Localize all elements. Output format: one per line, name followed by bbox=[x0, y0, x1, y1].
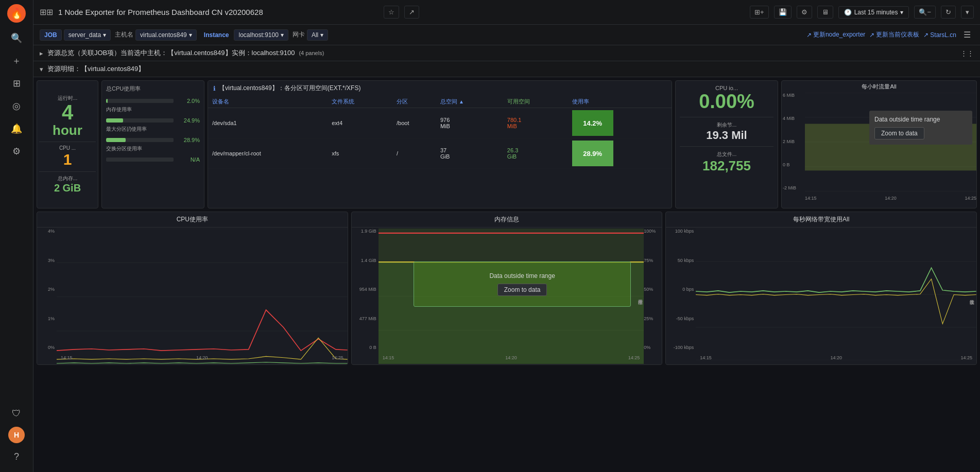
refresh-button[interactable]: ↻ bbox=[941, 6, 956, 19]
sub1-value: 19.3 Mil bbox=[680, 129, 773, 142]
chevron-icon: ▾ bbox=[103, 31, 106, 39]
mem-y-954m: 954 MiB bbox=[352, 287, 379, 292]
sidebar-item-alerting[interactable]: 🔔 bbox=[6, 118, 27, 139]
grafana-logo[interactable]: 🔥 bbox=[7, 4, 26, 23]
mem-x-1415: 14:15 bbox=[383, 355, 394, 360]
sidebar: 🔥 🔍 ＋ ⊞ ◎ 🔔 ⚙ 🛡 H ? bbox=[0, 0, 33, 368]
total-2: 37GiB bbox=[436, 138, 503, 169]
toolbar-menu-icon[interactable]: ☰ bbox=[960, 29, 974, 41]
mem-chart-area: 1.9 GiB 1.4 GiB 954 MiB 477 MiB 0 B bbox=[352, 228, 662, 364]
update-dashboard-link[interactable]: ↗ 更新当前仪表板 bbox=[869, 30, 919, 39]
cpu-x-1425: 14:25 bbox=[332, 355, 343, 360]
nic-filter: 网卡 All ▾ bbox=[293, 29, 328, 41]
sidebar-item-add[interactable]: ＋ bbox=[6, 50, 27, 71]
mem-bar-value: 24.9% bbox=[177, 117, 200, 124]
flow-panel: 每小时流量All 6 MiB 4 MiB 2 MiB 0 B -2 MiB bbox=[781, 80, 977, 208]
cpu-y-axis: 4% 3% 2% 1% 0% bbox=[37, 228, 57, 351]
section1-menu[interactable]: ⋮⋮ bbox=[960, 49, 974, 57]
usage-bar-2: 28.9% bbox=[572, 141, 613, 166]
net-svg bbox=[696, 229, 976, 360]
cpu-io-value: 0.00% bbox=[680, 91, 773, 113]
sidebar-item-search[interactable]: 🔍 bbox=[6, 28, 27, 48]
cpu-y-2: 2% bbox=[37, 287, 57, 292]
metric-row-swap: N/A bbox=[106, 156, 200, 163]
mem-x-axis: 14:15 14:20 14:25 bbox=[379, 351, 644, 364]
sidebar-item-explore[interactable]: ◎ bbox=[6, 96, 27, 116]
page-title: 1 Node Exporter for Prometheus Dashboard… bbox=[58, 8, 379, 16]
col-usage: 使用率 bbox=[568, 96, 672, 108]
flow-chart-container: 6 MiB 4 MiB 2 MiB 0 B -2 MiB bbox=[782, 93, 976, 201]
starsl-link[interactable]: ↗ StarsL.cn bbox=[923, 31, 956, 39]
instance-chevron: ▾ bbox=[281, 31, 284, 39]
time-range-label: Last 15 minutes bbox=[854, 9, 898, 16]
net-y-axis: 100 kbps 50 kbps 0 bps -50 kbps -100 kbp… bbox=[666, 228, 696, 351]
monitor-button[interactable]: 🖥 bbox=[817, 6, 833, 19]
net-y-neg50: -50 kbps bbox=[666, 316, 696, 321]
section1-expand-icon[interactable]: ▸ bbox=[40, 49, 43, 57]
mem-chart-title: 内存信息 bbox=[352, 212, 662, 228]
save-button[interactable]: 💾 bbox=[774, 6, 792, 19]
nic-select[interactable]: All ▾ bbox=[307, 29, 328, 41]
zoom-out-button[interactable]: 🔍− bbox=[914, 6, 936, 19]
avail-2: 26.3GiB bbox=[503, 138, 568, 169]
clock-icon: 🕐 bbox=[844, 9, 852, 16]
flow-x-1425: 14:25 bbox=[965, 196, 976, 201]
flow-y-4mib: 4 MiB bbox=[783, 116, 806, 121]
cpu-bar-value: 2.0% bbox=[177, 98, 200, 104]
hostname-filter: 主机名 virtual.centos849 ▾ bbox=[115, 29, 197, 41]
cpu-count-label: CPU ... bbox=[59, 145, 76, 151]
job-label: JOB bbox=[40, 29, 62, 41]
device-1: /dev/sda1 bbox=[208, 108, 328, 138]
usage-bar-1: 14.2% bbox=[572, 110, 613, 136]
net-chart-panel: 每秒网络带宽使用All 100 kbps 50 kbps 0 bps -50 k… bbox=[665, 212, 977, 365]
flow-y-6mib: 6 MiB bbox=[783, 93, 806, 98]
instance-select[interactable]: localhost:9100 ▾ bbox=[234, 29, 288, 41]
net-x-axis: 14:15 14:20 14:25 bbox=[696, 351, 976, 364]
net-chart-title: 每秒网络带宽使用All bbox=[666, 212, 976, 228]
disk-row-1: /dev/sda1 ext4 /boot 976MiB 780.1MiB 14.… bbox=[208, 108, 672, 138]
mem-r-0: 0% bbox=[644, 345, 662, 350]
nic-chevron: ▾ bbox=[320, 31, 323, 39]
instance-filter: Instance localhost:9100 ▾ bbox=[201, 29, 288, 41]
topbar-container: ⊞⊞ 1 Node Exporter for Prometheus Dashbo… bbox=[33, 0, 980, 368]
settings-button[interactable]: ⚙ bbox=[797, 6, 812, 19]
time-range-button[interactable]: 🕐 Last 15 minutes ▾ bbox=[838, 6, 909, 19]
job-filter: JOB server_data ▾ bbox=[40, 29, 111, 41]
disk-table: 设备名 文件系统 分区 总空间 ▲ 可用空间 使用率 /dev/sda1 ext… bbox=[208, 96, 672, 169]
device-2: /dev/mapper/cl-root bbox=[208, 138, 328, 169]
disk-bar-value: 28.9% bbox=[177, 137, 200, 143]
col-total: 总空间 ▲ bbox=[436, 96, 503, 108]
star-button[interactable]: ☆ bbox=[384, 6, 399, 19]
cpu-count-value: 1 bbox=[63, 151, 72, 168]
update-exporter-link[interactable]: ↗ 更新node_exporter bbox=[806, 30, 865, 39]
cpu-y-0: 0% bbox=[37, 345, 57, 350]
section1-title: 资源总览（关联JOB项）当前选中主机：【virtual.centos849】实例… bbox=[47, 48, 295, 58]
mem-r-75: 75% bbox=[644, 258, 662, 263]
cpu-bar-bg bbox=[106, 99, 174, 103]
hostname-select[interactable]: virtual.centos849 ▾ bbox=[135, 29, 197, 41]
add-panel-button[interactable]: ⊞+ bbox=[750, 6, 769, 19]
share-button[interactable]: ↗ bbox=[404, 6, 419, 19]
mem-zoom-tooltip: Data outside time range Zoom to data bbox=[414, 261, 631, 307]
section2-expand-icon[interactable]: ▾ bbox=[40, 65, 43, 73]
flow-zoom-button[interactable]: Zoom to data bbox=[874, 127, 924, 139]
refresh-dropdown-button[interactable]: ▾ bbox=[961, 6, 974, 19]
cpu-chart-panel: CPU使用率 4% 3% 2% 1% 0% bbox=[37, 212, 348, 365]
fs-1: ext4 bbox=[328, 108, 392, 138]
mem-value: 2 GiB bbox=[54, 182, 81, 194]
mem-zoom-button[interactable]: Zoom to data bbox=[497, 284, 547, 296]
flow-tooltip-title: Data outside time range bbox=[874, 116, 967, 123]
flow-y-2mib: 2 MiB bbox=[783, 139, 806, 144]
disk-row-2: /dev/mapper/cl-root xfs / 37GiB 26.3GiB … bbox=[208, 138, 672, 169]
sidebar-item-config[interactable]: ⚙ bbox=[6, 141, 27, 162]
net-y-100k: 100 kbps bbox=[666, 229, 696, 234]
flow-y-neg2: -2 MiB bbox=[783, 185, 806, 190]
disk-info-icon: ℹ bbox=[213, 85, 216, 92]
sidebar-item-dashboards[interactable]: ⊞ bbox=[6, 73, 27, 94]
job-select[interactable]: server_data ▾ bbox=[64, 29, 111, 41]
mem-y-axis-right: 100% 75% 50% 25% 0% bbox=[644, 228, 662, 351]
section2-title: 资源明细：【virtual.centos849】 bbox=[47, 64, 145, 74]
cpu-metrics-title: 总CPU使用率 bbox=[106, 85, 200, 93]
mount-2: / bbox=[392, 138, 436, 169]
cpu-y-4: 4% bbox=[37, 229, 57, 234]
